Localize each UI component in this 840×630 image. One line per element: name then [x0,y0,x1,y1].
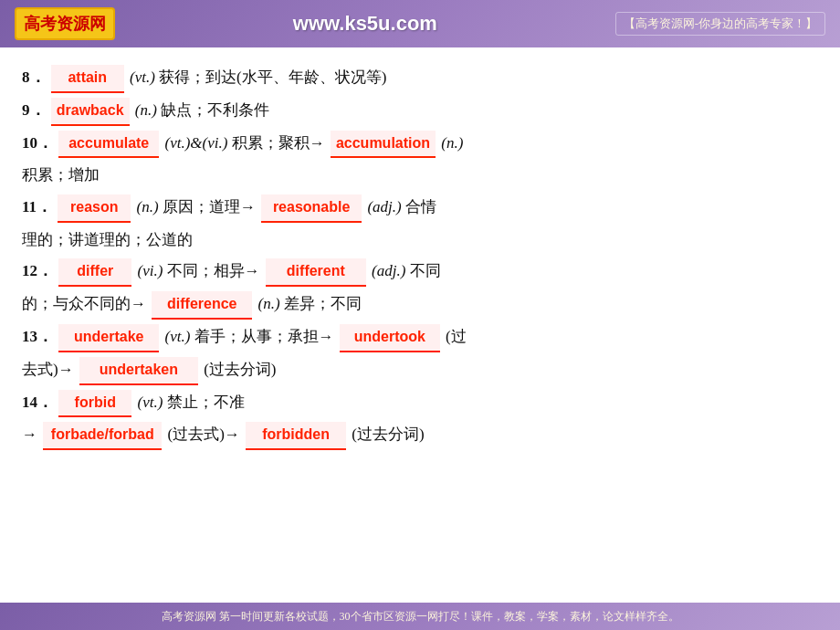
entry-13-cont: 去式)→ undertaken (过去分词) [22,356,818,385]
entry-13: 13． undertake (vt.) 着手；从事；承担→ undertook … [22,323,818,352]
entry-13-word2: undertook [340,324,440,352]
entry-12-pos3: (n.) [258,295,280,312]
entry-14-word3: forbidden [246,422,346,450]
entry-14-word1: forbid [58,390,131,418]
entry-14: 14． forbid (vt.) 禁止；不准 [22,389,818,418]
entry-13-pos1: (vt.) [165,328,191,345]
entry-13-cn4: (过去分词) [204,361,276,378]
entry-12: 12． differ (vi.) 不同；相异→ different (adj.)… [22,257,818,287]
entry-10: 10． accumulate (vt.)&(vi.) 积累；聚积→ accumu… [22,130,818,159]
entry-14-word2: forbade/forbad [43,422,162,450]
entry-8-num: 8． [22,68,46,86]
entry-11-pos1: (n.) [137,198,159,215]
entry-13-cn3: 去式)→ [22,361,74,378]
entry-14-num: 14． [22,394,53,411]
entry-9-word1: drawback [51,98,130,126]
entry-8: 8． attain (vt.) 获得；到达(水平、年龄、状况等) [22,64,818,93]
entry-11-cont: 理的；讲道理的；公道的 [22,226,818,255]
entry-10-num: 10． [22,134,53,152]
entry-10-pos1: (vt.)&(vi.) [165,134,228,152]
entry-12-cn2: 不同 [410,262,441,279]
entry-11-num: 11． [22,198,52,215]
entry-11: 11． reason (n.) 原因；道理→ reasonable (adj.)… [22,194,818,223]
site-url: www.ks5u.com [293,12,437,36]
main-content: 8． attain (vt.) 获得；到达(水平、年龄、状况等) 9． draw… [0,47,840,614]
entry-12-pos1: (vi.) [138,262,163,279]
entry-12-cn3: 的；与众不同的→ [22,295,146,312]
footer-text: 高考资源网 第一时间更新各校试题，30个省市区资源一网打尽！课件，教案，学案，素… [162,609,679,625]
entry-9-cn1: 缺点；不利条件 [161,101,269,119]
site-slogan: 【高考资源网-你身边的高考专家！】 [615,12,825,36]
entry-11-pos2: (adj.) [367,198,401,215]
entry-9-num: 9． [22,101,46,119]
entry-13-num: 13． [22,328,53,345]
entry-9-pos1: (n.) [135,101,157,119]
entry-8-pos1: (vt.) [130,68,155,86]
entry-13-cn1: 着手；从事；承担→ [194,328,334,345]
entry-12-cn1: 不同；相异→ [167,262,260,279]
entry-11-word2: reasonable [261,194,362,223]
entry-12-word3: difference [152,291,252,320]
entry-11-word1: reason [58,194,131,223]
entry-12-cont: 的；与众不同的→ difference (n.) 差异；不同 [22,290,818,320]
entry-14-arrow: → [22,425,37,443]
entry-14-cn1: 禁止；不准 [167,394,245,411]
entry-12-num: 12． [22,262,53,279]
entry-8-word1: attain [51,65,124,93]
entry-12-word2: different [266,258,366,287]
entry-14-pos1: (vt.) [138,394,163,411]
entry-12-cn4: 差异；不同 [284,295,362,312]
entry-8-cn1: 获得；到达(水平、年龄、状况等) [159,68,386,86]
entry-14-cn2: (过去式)→ [168,425,240,443]
entry-11-cn1: 原因；道理→ [163,198,256,215]
entry-13-word1: undertake [58,324,159,352]
header: 高考资源网 www.ks5u.com 【高考资源网-你身边的高考专家！】 [0,0,840,47]
entry-13-word3: undertaken [79,357,198,385]
entry-10-word2: accumulation [331,131,436,159]
footer: 高考资源网 第一时间更新各校试题，30个省市区资源一网打尽！课件，教案，学案，素… [0,603,840,630]
entry-10-word1: accumulate [58,131,159,159]
entry-12-word1: differ [58,258,131,287]
entry-9: 9． drawback (n.) 缺点；不利条件 [22,97,818,126]
entry-10-cn1: 积累；聚积→ [232,134,325,152]
entry-11-cn3: 理的；讲道理的；公道的 [22,231,193,248]
entry-10-cont: 积累；增加 [22,162,818,190]
entry-11-cn2: 合情 [405,198,436,215]
entry-14-cont: → forbade/forbad (过去式)→ forbidden (过去分词) [22,421,818,450]
entry-14-cn3: (过去分词) [352,425,424,443]
entry-13-cn2: (过 [446,328,467,345]
entry-10-pos2: (n.) [441,134,463,152]
site-logo: 高考资源网 [15,7,115,40]
entry-10-cn2: 积累；增加 [22,166,100,184]
entry-12-pos2: (adj.) [372,262,405,279]
